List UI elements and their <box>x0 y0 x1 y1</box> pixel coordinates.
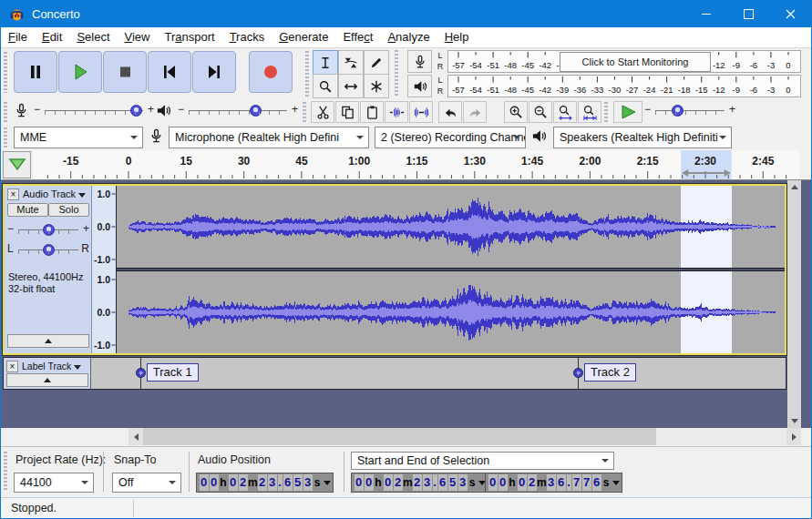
waveform-area[interactable] <box>117 186 785 353</box>
time-digit[interactable]: 2 <box>528 474 537 491</box>
time-digit[interactable]: 7 <box>582 474 591 491</box>
skip-to-end-button[interactable] <box>192 51 236 93</box>
multi-tool-button[interactable] <box>364 74 389 98</box>
time-digit[interactable]: 5 <box>448 474 457 491</box>
mixer-toolbar-grip[interactable] <box>4 102 7 122</box>
selection-end-field[interactable]: 00h02m36.776s <box>485 473 622 493</box>
menu-item-tracks[interactable]: Tracks <box>222 27 272 47</box>
scroll-right-button[interactable] <box>786 428 801 445</box>
device-toolbar-grip[interactable] <box>4 127 7 148</box>
time-digit[interactable]: 3 <box>423 474 432 491</box>
waveform-channel-right[interactable] <box>117 271 785 353</box>
menu-item-effect[interactable]: Effect <box>335 27 380 47</box>
time-digit[interactable]: 3 <box>268 474 277 491</box>
chevron-down-icon[interactable] <box>612 481 620 485</box>
time-digit[interactable]: 0 <box>488 474 498 491</box>
playback-meter[interactable]: -57-54-51-48-45-42-39-36-33-30-27-24-21-… <box>447 75 801 97</box>
time-digit[interactable]: h <box>374 476 383 489</box>
close-track-button[interactable]: × <box>6 361 18 372</box>
track-title-menu[interactable]: Audio Track <box>23 188 86 199</box>
pinned-play-head-button[interactable] <box>3 151 31 178</box>
undo-button[interactable] <box>438 101 462 123</box>
minimize-button[interactable] <box>685 0 727 27</box>
zoom-selection-button[interactable] <box>553 101 577 123</box>
time-digit[interactable]: 6 <box>283 474 293 491</box>
time-digit[interactable]: h <box>508 476 517 489</box>
vertical-scrollbar[interactable] <box>787 180 801 428</box>
slider-thumb[interactable] <box>130 105 142 117</box>
time-digit[interactable]: 3 <box>458 474 468 491</box>
menu-item-view[interactable]: View <box>118 27 158 47</box>
menu-item-analyze[interactable]: Analyze <box>380 27 437 47</box>
label-flag[interactable]: Track 1 <box>147 363 199 382</box>
record-meter-button[interactable] <box>407 50 432 73</box>
play-at-speed-button[interactable] <box>613 101 642 123</box>
time-digit[interactable]: 0 <box>384 474 393 491</box>
snap-to-dropdown[interactable]: Off <box>112 473 181 493</box>
collapse-track-button[interactable] <box>6 373 88 387</box>
time-digit[interactable]: m <box>403 476 412 489</box>
menu-item-generate[interactable]: Generate <box>272 27 335 47</box>
slider-track[interactable] <box>45 103 143 117</box>
record-meter[interactable]: -57-54-51-48-45-42-39-36-33-30-27-24-21-… <box>447 50 801 73</box>
horizontal-scroll-thumb[interactable] <box>143 428 656 445</box>
close-track-button[interactable]: × <box>7 188 19 200</box>
time-digit[interactable]: 6 <box>557 474 566 491</box>
tools-toolbar-grip[interactable] <box>305 51 309 97</box>
time-digit[interactable]: m <box>537 476 546 489</box>
redo-button[interactable] <box>463 101 487 123</box>
time-digit[interactable]: 2 <box>258 474 267 491</box>
slider-thumb[interactable] <box>43 244 55 256</box>
time-digit[interactable]: 3 <box>547 474 556 491</box>
playback-device-dropdown[interactable]: Speakers (Realtek High Definiti <box>553 127 732 148</box>
meter-toolbar-grip[interactable] <box>395 50 398 97</box>
playback-speed-slider[interactable]: − + <box>644 103 735 119</box>
time-digit[interactable]: 0 <box>229 474 238 491</box>
time-digit[interactable]: s <box>313 476 322 489</box>
horizontal-scrollbar[interactable] <box>128 428 801 445</box>
zoom-in-button[interactable] <box>504 101 528 123</box>
zoom-tool-button[interactable] <box>313 74 338 98</box>
time-digit[interactable]: 3 <box>303 474 313 491</box>
transport-toolbar-grip[interactable] <box>4 52 7 93</box>
record-volume-slider[interactable]: − + <box>34 103 154 119</box>
menu-item-edit[interactable]: Edit <box>35 27 69 47</box>
slider-thumb[interactable] <box>43 224 55 236</box>
recording-channels-dropdown[interactable]: 2 (Stereo) Recording Channels <box>375 127 526 148</box>
label-flag[interactable]: Track 2 <box>584 363 636 382</box>
time-digit[interactable]: 6 <box>438 474 447 491</box>
slider-thumb[interactable] <box>250 105 262 117</box>
selection-mode-dropdown[interactable]: Start and End of Selection <box>351 452 614 470</box>
monitoring-overlay[interactable]: Click to Start Monitoring <box>560 52 711 72</box>
time-digit[interactable]: 0 <box>365 474 374 491</box>
scroll-up-button[interactable] <box>787 180 801 194</box>
zoom-fit-button[interactable] <box>578 101 601 123</box>
pause-button[interactable] <box>14 51 57 93</box>
menu-item-help[interactable]: Help <box>437 27 477 47</box>
slider-track[interactable] <box>18 242 78 257</box>
copy-button[interactable] <box>335 101 359 123</box>
vertical-scale-ruler[interactable]: 1.00.0-1.01.00.0-1.0 <box>92 186 117 353</box>
time-shift-tool-button[interactable] <box>338 74 364 98</box>
label-marker-handle[interactable] <box>136 368 146 378</box>
mute-button[interactable]: Mute <box>7 203 48 217</box>
audio-position-field[interactable]: 00h02m23.653s <box>196 473 334 493</box>
zoom-out-button[interactable] <box>529 101 552 123</box>
record-button[interactable] <box>249 51 293 93</box>
stop-button[interactable] <box>103 51 147 93</box>
time-digit[interactable]: 2 <box>394 474 403 491</box>
time-digit[interactable]: h <box>219 476 228 489</box>
slider-track[interactable] <box>189 103 287 117</box>
maximize-button[interactable] <box>727 0 769 27</box>
menu-item-file[interactable]: File <box>1 27 35 47</box>
track-title-menu[interactable]: Label Track <box>22 361 81 371</box>
cut-button[interactable] <box>311 101 334 123</box>
time-digit[interactable]: . <box>433 474 437 491</box>
label-marker-handle[interactable] <box>573 368 583 378</box>
menu-item-transport[interactable]: Transport <box>157 27 221 47</box>
time-digit[interactable]: m <box>248 476 257 489</box>
skip-to-start-button[interactable] <box>148 51 191 93</box>
selection-start-field[interactable]: 00h02m23.653s <box>351 473 488 493</box>
recording-device-dropdown[interactable]: Microphone (Realtek High Defini <box>169 127 369 148</box>
paste-button[interactable] <box>360 101 384 123</box>
